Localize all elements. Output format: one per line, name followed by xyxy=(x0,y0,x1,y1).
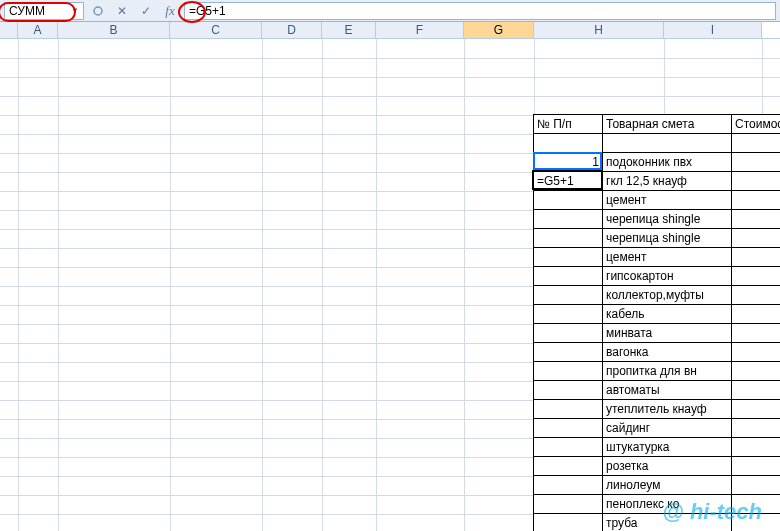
cell[interactable]: 310 xyxy=(731,323,780,343)
formula-input[interactable]: =G5+1 xyxy=(184,2,776,20)
cell[interactable] xyxy=(533,475,603,495)
col-header[interactable]: H xyxy=(534,22,664,38)
svg-point-0 xyxy=(94,7,102,15)
cell[interactable]: коллектор,муфты xyxy=(602,285,732,305)
cell[interactable]: гкл 12,5 кнауф xyxy=(602,171,732,191)
watermark: @ hi-tech xyxy=(662,499,762,525)
table-row: кабель260 xyxy=(534,305,780,324)
table-row: коллектор,муфты450 xyxy=(534,286,780,305)
cell[interactable] xyxy=(533,228,603,248)
table-row: цемент270 xyxy=(534,248,780,267)
cell[interactable]: 1500 xyxy=(731,152,780,172)
col-header[interactable]: G xyxy=(464,22,534,38)
cancel-icon[interactable]: ✕ xyxy=(112,2,132,20)
cell[interactable]: 450 xyxy=(731,342,780,362)
cell[interactable] xyxy=(533,285,603,305)
cell[interactable] xyxy=(533,209,603,229)
cell[interactable] xyxy=(533,418,603,438)
cell[interactable]: 450 xyxy=(731,285,780,305)
cell[interactable] xyxy=(731,133,780,153)
cell[interactable]: черепица shingle xyxy=(602,228,732,248)
table-row xyxy=(534,134,780,153)
cell[interactable]: вагонка xyxy=(602,342,732,362)
cell[interactable] xyxy=(533,323,603,343)
table-row: минвата310 xyxy=(534,324,780,343)
table-row: вагонка450 xyxy=(534,343,780,362)
col-header[interactable]: E xyxy=(322,22,376,38)
cell[interactable] xyxy=(533,456,603,476)
cell[interactable]: 270 xyxy=(731,247,780,267)
cell[interactable] xyxy=(533,380,603,400)
table-row: штукатурка2500 xyxy=(534,438,780,457)
confirm-icon[interactable]: ✓ xyxy=(136,2,156,20)
header-cell[interactable]: № П/п xyxy=(533,114,603,134)
editing-text: =G5+1 xyxy=(537,174,574,188)
table-row: линолеум4500 xyxy=(534,476,780,495)
cell[interactable] xyxy=(533,304,603,324)
cell[interactable] xyxy=(533,361,603,381)
cell[interactable]: 5200 xyxy=(731,228,780,248)
cell[interactable]: цемент xyxy=(602,190,732,210)
chevron-down-icon[interactable]: ▼ xyxy=(71,6,79,15)
name-box[interactable]: СУММ ▼ xyxy=(4,2,84,20)
cell[interactable]: гипсокартон xyxy=(602,266,732,286)
cell[interactable]: автоматы xyxy=(602,380,732,400)
table-header-row: № П/п Товарная смета Стоимость xyxy=(534,115,780,134)
cell[interactable] xyxy=(533,437,603,457)
cell[interactable]: 1 xyxy=(533,152,603,172)
cell[interactable]: подоконник пвх xyxy=(602,152,732,172)
cell[interactable]: сайдинг xyxy=(602,418,732,438)
cell[interactable]: утеплитель кнауф xyxy=(602,399,732,419)
cell[interactable]: 2600 xyxy=(731,361,780,381)
cell[interactable] xyxy=(533,494,603,514)
cell[interactable]: 380 xyxy=(731,266,780,286)
cell[interactable] xyxy=(533,247,603,267)
cell[interactable]: штукатурка xyxy=(602,437,732,457)
name-box-value: СУММ xyxy=(9,4,45,18)
cell[interactable]: 2500 xyxy=(731,437,780,457)
cell[interactable] xyxy=(533,133,603,153)
cell[interactable]: линолеум xyxy=(602,475,732,495)
cell[interactable]: 4500 xyxy=(731,475,780,495)
cell[interactable]: минвата xyxy=(602,323,732,343)
spreadsheet-grid[interactable]: № П/п Товарная смета Стоимость 1подоконн… xyxy=(0,39,780,531)
table-row: черепица shingle5200 xyxy=(534,229,780,248)
fx-button[interactable]: fx xyxy=(160,2,180,20)
cell[interactable] xyxy=(602,133,732,153)
table-row: автоматы1700 xyxy=(534,381,780,400)
table-row: гипсокартон380 xyxy=(534,267,780,286)
cell[interactable]: 1700 xyxy=(731,380,780,400)
col-header[interactable]: A xyxy=(18,22,58,38)
header-cell[interactable]: Товарная смета xyxy=(602,114,732,134)
col-header[interactable]: C xyxy=(170,22,262,38)
header-cell[interactable]: Стоимость xyxy=(731,114,780,134)
table-row: сайдинг3800 xyxy=(534,419,780,438)
cell[interactable] xyxy=(533,399,603,419)
cell[interactable]: 2800 xyxy=(731,399,780,419)
table-row: розетка900 xyxy=(534,457,780,476)
table-row: цемент270 xyxy=(534,191,780,210)
cell[interactable]: 900 xyxy=(731,456,780,476)
circle-icon[interactable] xyxy=(88,2,108,20)
col-header[interactable]: B xyxy=(58,22,170,38)
cell[interactable]: 380 xyxy=(731,171,780,191)
cell[interactable]: 3800 xyxy=(731,418,780,438)
cell[interactable]: черепица shingle xyxy=(602,209,732,229)
cell[interactable]: 5200 xyxy=(731,209,780,229)
col-header[interactable]: I xyxy=(664,22,762,38)
cell[interactable]: пропитка для вн xyxy=(602,361,732,381)
cell[interactable]: 270 xyxy=(731,190,780,210)
cell[interactable] xyxy=(533,342,603,362)
cell[interactable] xyxy=(533,190,603,210)
cell[interactable]: цемент xyxy=(602,247,732,267)
cell[interactable] xyxy=(533,513,603,531)
cell[interactable]: 260 xyxy=(731,304,780,324)
cell[interactable] xyxy=(533,266,603,286)
select-all-corner[interactable] xyxy=(0,22,18,38)
editing-cell[interactable]: =G5+1 xyxy=(534,172,601,188)
cell[interactable]: кабель xyxy=(602,304,732,324)
cell[interactable]: розетка xyxy=(602,456,732,476)
col-header[interactable]: D xyxy=(262,22,322,38)
col-header[interactable]: F xyxy=(376,22,464,38)
table-row: 1подоконник пвх1500 xyxy=(534,153,780,172)
